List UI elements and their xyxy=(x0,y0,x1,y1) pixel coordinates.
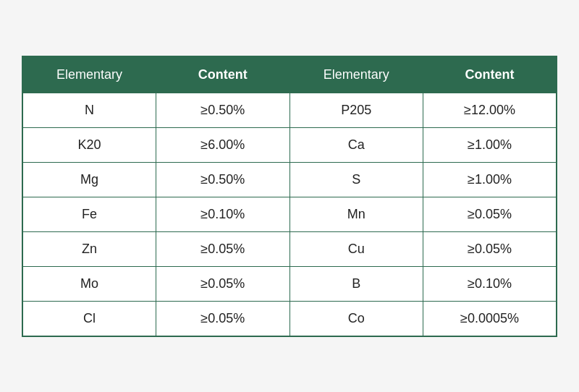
elements-table: Elementary Content Elementary Content N≥… xyxy=(22,56,557,337)
cell-cont2-3: ≥0.05% xyxy=(423,197,557,231)
cell-cont1-6: ≥0.05% xyxy=(156,301,290,336)
cell-cont2-6: ≥0.0005% xyxy=(423,301,557,336)
cell-cont2-4: ≥0.05% xyxy=(423,231,557,266)
cell-cont1-2: ≥0.50% xyxy=(156,162,290,197)
cell-cont2-2: ≥1.00% xyxy=(423,162,557,197)
cell-elem1-2: Mg xyxy=(22,162,156,197)
cell-cont2-1: ≥1.00% xyxy=(423,127,557,162)
table-header-row: Elementary Content Elementary Content xyxy=(22,56,557,93)
cell-elem1-1: K20 xyxy=(22,127,156,162)
main-table-container: Elementary Content Elementary Content N≥… xyxy=(22,56,557,337)
cell-elem1-3: Fe xyxy=(22,197,156,231)
header-elementary-1: Elementary xyxy=(22,56,156,93)
cell-elem2-6: Co xyxy=(290,301,423,336)
cell-elem1-4: Zn xyxy=(22,231,156,266)
header-elementary-2: Elementary xyxy=(290,56,423,93)
table-row: Cl≥0.05%Co≥0.0005% xyxy=(22,301,557,336)
cell-cont2-0: ≥12.00% xyxy=(423,93,557,127)
cell-cont1-0: ≥0.50% xyxy=(156,93,290,127)
cell-cont1-5: ≥0.05% xyxy=(156,266,290,301)
table-row: Mo≥0.05%B≥0.10% xyxy=(22,266,557,301)
cell-elem1-6: Cl xyxy=(22,301,156,336)
cell-elem1-0: N xyxy=(22,93,156,127)
table-row: N≥0.50%P205≥12.00% xyxy=(22,93,557,127)
table-row: Zn≥0.05%Cu≥0.05% xyxy=(22,231,557,266)
cell-elem2-4: Cu xyxy=(290,231,423,266)
table-row: Fe≥0.10%Mn≥0.05% xyxy=(22,197,557,231)
cell-elem1-5: Mo xyxy=(22,266,156,301)
table-row: Mg≥0.50%S≥1.00% xyxy=(22,162,557,197)
header-content-2: Content xyxy=(423,56,557,93)
header-content-1: Content xyxy=(156,56,290,93)
cell-elem2-2: S xyxy=(290,162,423,197)
cell-elem2-0: P205 xyxy=(290,93,423,127)
cell-cont1-1: ≥6.00% xyxy=(156,127,290,162)
cell-cont2-5: ≥0.10% xyxy=(423,266,557,301)
cell-elem2-3: Mn xyxy=(290,197,423,231)
cell-cont1-4: ≥0.05% xyxy=(156,231,290,266)
cell-cont1-3: ≥0.10% xyxy=(156,197,290,231)
table-row: K20≥6.00%Ca≥1.00% xyxy=(22,127,557,162)
cell-elem2-1: Ca xyxy=(290,127,423,162)
cell-elem2-5: B xyxy=(290,266,423,301)
